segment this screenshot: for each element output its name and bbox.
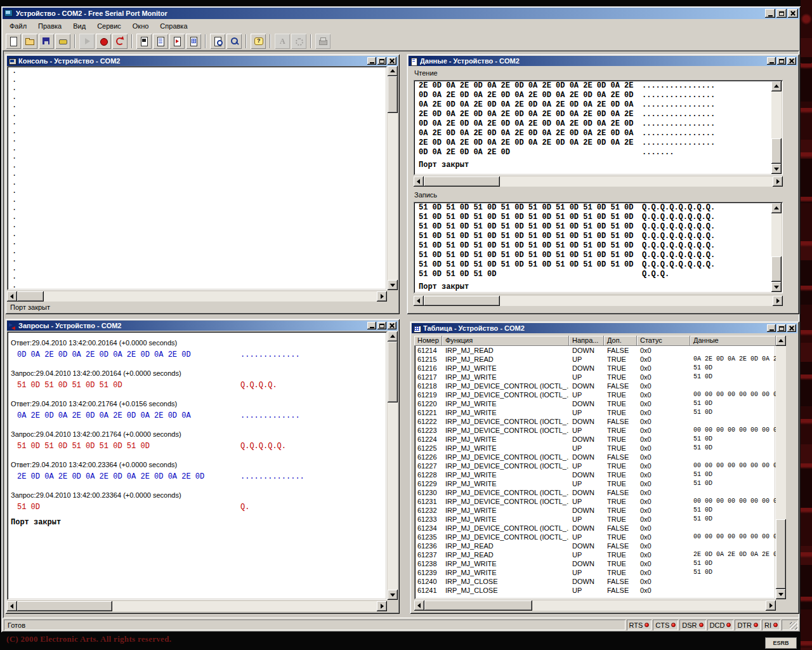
scroll-right-button[interactable] [766, 600, 776, 611]
save-button[interactable] [39, 34, 54, 49]
table-row[interactable]: 61217IRP_MJ_WRITEUPTRUE0x051 0D [414, 373, 776, 381]
console-hscrollbar[interactable] [7, 291, 387, 302]
scroll-up-button[interactable] [771, 81, 782, 91]
scroll-down-button[interactable] [776, 589, 786, 599]
menu-item-file[interactable]: Файл [4, 20, 32, 32]
scroll-thumb[interactable] [17, 291, 44, 302]
restart-button[interactable] [112, 34, 128, 49]
scroll-left-button[interactable] [414, 600, 424, 611]
scroll-up-button[interactable] [771, 203, 782, 213]
table-row[interactable]: 61220IRP_MJ_WRITEDOWNTRUE0x051 0D [414, 399, 776, 408]
table-row[interactable]: 61237IRP_MJ_READUPTRUE0x02E 0D 0A 2E 0D … [414, 550, 776, 559]
table-row[interactable]: 61226IRP_MJ_DEVICE_CONTROL (IOCTL_...DOW… [414, 453, 776, 461]
scroll-right-button[interactable] [377, 291, 387, 302]
console-minimize-button[interactable] [367, 57, 376, 65]
column-header-3[interactable]: Доп. [604, 336, 637, 346]
help-button[interactable] [251, 34, 266, 49]
table-row[interactable]: 61228IRP_MJ_WRITEDOWNTRUE0x051 0D [414, 470, 776, 479]
table-titlebar[interactable]: Таблица - Устройство - COM2 [412, 323, 797, 333]
table-row[interactable]: 61234IRP_MJ_DEVICE_CONTROL (IOCTL_...DOW… [414, 524, 776, 533]
port-button[interactable] [55, 34, 70, 49]
main-titlebar[interactable]: Устройство - COM2 - Free Serial Port Mon… [3, 8, 799, 19]
table-hscrollbar[interactable] [414, 600, 776, 611]
table-row[interactable]: 61238IRP_MJ_WRITEDOWNTRUE0x051 0D [414, 559, 776, 568]
table-row[interactable]: 61216IRP_MJ_WRITEDOWNTRUE0x051 0D [414, 364, 776, 373]
scroll-right-button[interactable] [773, 176, 783, 187]
maximize-button[interactable] [776, 9, 787, 18]
scroll-left-button[interactable] [414, 176, 424, 187]
requests-titlebar[interactable]: Запросы - Устройство - COM2 [7, 321, 398, 331]
scroll-thumb[interactable] [776, 519, 786, 589]
scroll-up-button[interactable] [388, 66, 398, 76]
requests-close-button[interactable] [388, 322, 396, 329]
menu-item-window[interactable]: Окно [127, 20, 155, 32]
requests-log[interactable]: Ответ:29.04.2010 13:42:00.20164 (+0.0000… [7, 331, 387, 600]
console-close-button[interactable] [388, 57, 396, 65]
data-titlebar[interactable]: Данные - Устройство - COM2 [409, 56, 797, 66]
write-hscrollbar[interactable] [414, 296, 783, 306]
menu-item-help[interactable]: Справка [154, 20, 193, 32]
scroll-down-button[interactable] [771, 282, 782, 292]
zoom-button[interactable] [226, 34, 242, 49]
menu-item-tools[interactable]: Сервис [91, 20, 127, 32]
console-titlebar[interactable]: Консоль - Устройство - COM2 [7, 56, 398, 66]
console-maximize-button[interactable] [377, 57, 386, 65]
column-header-5[interactable]: Данные [690, 336, 776, 346]
new-button[interactable] [6, 34, 21, 49]
table-row[interactable]: 61222IRP_MJ_DEVICE_CONTROL (IOCTL_...DOW… [414, 417, 776, 426]
scroll-right-button[interactable] [377, 601, 387, 611]
table-row[interactable]: 61231IRP_MJ_DEVICE_CONTROL (IOCTL_...UPT… [414, 497, 776, 506]
open-button[interactable] [22, 34, 37, 49]
scroll-thumb[interactable] [388, 342, 398, 402]
view-console-button[interactable] [136, 34, 152, 49]
scroll-down-button[interactable] [771, 164, 782, 174]
print-button[interactable] [315, 34, 331, 49]
write-vscrollbar[interactable] [771, 203, 782, 292]
requests-hscrollbar[interactable] [7, 601, 387, 611]
scroll-left-button[interactable] [7, 601, 17, 611]
column-header-1[interactable]: Функция [442, 336, 569, 346]
table-row[interactable]: 61230IRP_MJ_DEVICE_CONTROL (IOCTL_...DOW… [414, 488, 776, 497]
table-close-button[interactable] [787, 324, 796, 332]
scroll-thumb[interactable] [771, 256, 782, 282]
write-hex-view[interactable]: 51 0D 51 0D 51 0D 51 0D 51 0D 51 0D 51 0… [414, 202, 783, 293]
table-row[interactable]: 61225IRP_MJ_WRITEUPTRUE0x051 0D [414, 444, 776, 453]
find-button[interactable] [210, 34, 225, 49]
table-row[interactable]: 61232IRP_MJ_WRITEDOWNTRUE0x051 0D [414, 506, 776, 515]
scroll-left-button[interactable] [7, 291, 17, 302]
scroll-thumb[interactable] [771, 138, 782, 164]
view-data-button[interactable] [153, 34, 168, 49]
font-button[interactable] [275, 34, 290, 49]
scroll-up-button[interactable] [388, 331, 398, 342]
table-row[interactable]: 61215IRP_MJ_READUPTRUE0x00A 2E 0D 0A 2E … [414, 355, 776, 364]
read-hex-view[interactable]: 2E 0D 0A 2E 0D 0A 2E 0D 0A 2E 0D 0A 2E 0… [414, 80, 783, 175]
start-button[interactable] [79, 34, 95, 49]
close-button[interactable] [788, 9, 798, 18]
requests-minimize-button[interactable] [367, 322, 376, 329]
minimize-button[interactable] [765, 9, 775, 18]
table-row[interactable]: 61227IRP_MJ_DEVICE_CONTROL (IOCTL_...UPT… [414, 461, 776, 470]
column-header-2[interactable]: Напра... [569, 336, 604, 346]
table-row[interactable]: 61224IRP_MJ_WRITEDOWNTRUE0x051 0D [414, 435, 776, 444]
table-row[interactable]: 61240IRP_MJ_CLOSEDOWNFALSE0x0 [414, 577, 776, 586]
scroll-right-button[interactable] [773, 296, 783, 306]
requests-maximize-button[interactable] [377, 322, 386, 329]
table-row[interactable]: 61235IRP_MJ_DEVICE_CONTROL (IOCTL_...UPT… [414, 533, 776, 541]
console-output[interactable]: .......................... [7, 66, 387, 290]
table-row[interactable]: 61218IRP_MJ_DEVICE_CONTROL (IOCTL_...DOW… [414, 381, 776, 390]
table-maximize-button[interactable] [777, 324, 786, 332]
scroll-down-button[interactable] [388, 590, 398, 600]
table-row[interactable]: 61233IRP_MJ_WRITEUPTRUE0x051 0D [414, 515, 776, 524]
data-maximize-button[interactable] [777, 57, 786, 65]
scroll-thumb[interactable] [424, 600, 532, 611]
resize-grip[interactable] [790, 622, 797, 630]
menu-item-view[interactable]: Вид [67, 20, 91, 32]
scroll-thumb[interactable] [424, 296, 500, 306]
table-vscrollbar[interactable] [776, 336, 786, 599]
read-hscrollbar[interactable] [414, 176, 783, 187]
view-requests-button[interactable] [169, 34, 185, 49]
table-row[interactable]: 61229IRP_MJ_WRITEUPTRUE0x051 0D [414, 479, 776, 488]
data-minimize-button[interactable] [767, 57, 776, 65]
table-row[interactable]: 61239IRP_MJ_WRITEUPTRUE0x051 0D [414, 568, 776, 577]
read-vscrollbar[interactable] [771, 81, 782, 174]
